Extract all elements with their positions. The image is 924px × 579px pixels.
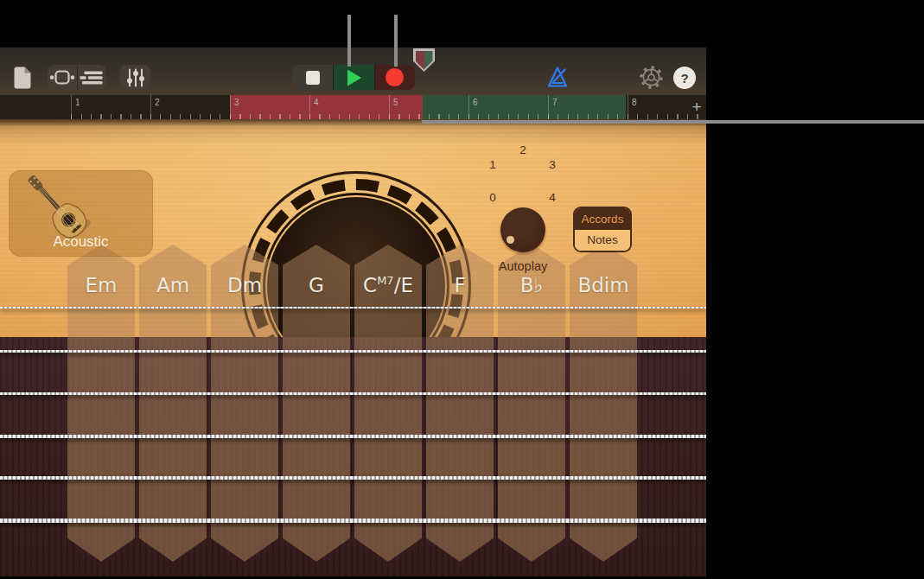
document-button[interactable] xyxy=(10,65,35,90)
instrument-view-icon xyxy=(49,69,75,86)
toolbar: ? xyxy=(0,48,706,95)
add-bars-label: + xyxy=(691,98,701,117)
chord-strip-g[interactable]: G xyxy=(283,245,350,562)
mode-button-notes[interactable]: Notes xyxy=(575,230,630,251)
chord-label: F xyxy=(426,274,494,296)
mode-button-accords[interactable]: Accords xyxy=(575,208,630,230)
callout-line-playhead xyxy=(422,120,924,124)
autoplay-tick-0: 0 xyxy=(489,191,496,204)
guitar-string-2[interactable] xyxy=(0,350,706,353)
guitar-string-3[interactable] xyxy=(0,392,706,395)
instrument-view-button[interactable] xyxy=(48,65,77,90)
chord-label: Am xyxy=(139,274,207,296)
record-icon xyxy=(386,68,404,86)
play-icon xyxy=(346,68,362,87)
autoplay-tick-4: 4 xyxy=(549,191,556,204)
knob-indicator-dot xyxy=(507,236,514,244)
ruler-bar-number: 3 xyxy=(234,98,239,107)
document-icon xyxy=(14,67,32,89)
add-bars-button[interactable]: + xyxy=(687,96,706,118)
stop-button[interactable] xyxy=(293,65,333,90)
callout-line-play xyxy=(347,15,351,67)
chord-strip-em[interactable]: Em xyxy=(67,245,135,562)
chord-strip-am[interactable]: Am xyxy=(139,245,207,562)
tracks-view-icon xyxy=(79,69,105,86)
chord-strip-dm[interactable]: Dm xyxy=(211,245,278,562)
acoustic-guitar-icon xyxy=(24,172,137,239)
stop-icon xyxy=(306,71,320,85)
chord-label: CM7/E xyxy=(354,274,422,296)
autoplay-knob[interactable] xyxy=(500,207,545,252)
help-button[interactable]: ? xyxy=(673,67,696,89)
ruler-bar-number: 1 xyxy=(75,98,80,107)
timeline-ruler[interactable]: 12345678 + xyxy=(0,95,706,119)
guitar-string-4[interactable] xyxy=(0,435,706,438)
guitar-string-1[interactable] xyxy=(0,307,706,309)
chord-strip-bdim[interactable]: Bdim xyxy=(570,245,637,562)
chord-strip-c[interactable]: CM7/E xyxy=(354,245,422,562)
metronome-icon xyxy=(545,66,570,89)
guitar-string-6[interactable] xyxy=(0,519,706,523)
instrument-name: Acoustic xyxy=(9,233,153,251)
callout-line-record xyxy=(394,15,398,67)
chords-notes-toggle: AccordsNotes xyxy=(573,207,632,252)
ruler-bar-number: 8 xyxy=(632,98,637,107)
gear-icon xyxy=(637,63,666,92)
chord-label: B♭ xyxy=(498,274,565,296)
record-button[interactable] xyxy=(375,65,415,90)
play-button[interactable] xyxy=(333,65,374,90)
guitar-string-5[interactable] xyxy=(0,476,706,480)
transport-controls xyxy=(293,65,415,90)
mixer-icon xyxy=(125,67,146,88)
ruler-bar-number: 6 xyxy=(473,98,478,107)
guitar-play-surface: EmAmDmGCM7/EFB♭Bdim xyxy=(0,119,706,576)
mixer-button[interactable] xyxy=(120,65,150,90)
chord-strip-f[interactable]: F xyxy=(426,245,494,562)
metronome-button[interactable] xyxy=(544,65,571,90)
autoplay-tick-3: 3 xyxy=(549,158,556,171)
autoplay-tick-1: 1 xyxy=(489,158,496,171)
chord-label: Em xyxy=(67,274,135,296)
view-toggle xyxy=(48,65,106,90)
ruler-bar-number: 5 xyxy=(393,98,398,107)
chord-label: G xyxy=(283,274,350,296)
chord-strip-b♭[interactable]: B♭ xyxy=(498,245,565,562)
help-label: ? xyxy=(680,71,688,86)
instrument-card[interactable]: Acoustic xyxy=(9,170,153,257)
chord-label: Dm xyxy=(211,274,278,296)
chord-label: Bdim xyxy=(570,274,637,296)
ruler-ticks xyxy=(71,95,706,119)
ruler-bar-number: 4 xyxy=(314,98,319,107)
garageband-window: ? 12345678 + EmAmDmGCM7/EFB♭Bdim xyxy=(0,48,706,576)
autoplay-tick-2: 2 xyxy=(519,143,526,156)
ruler-bar-number: 2 xyxy=(155,98,160,107)
autoplay-label: Autoplay xyxy=(488,259,558,273)
ruler-bar-number: 7 xyxy=(552,98,558,107)
settings-button[interactable] xyxy=(636,65,666,90)
tracks-view-button[interactable] xyxy=(77,65,107,90)
